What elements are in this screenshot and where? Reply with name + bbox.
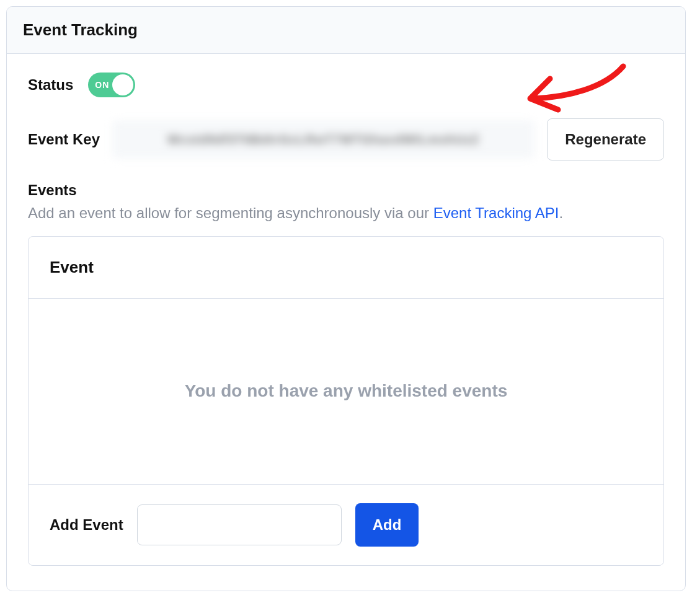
events-heading: Events [28, 182, 664, 199]
regenerate-button[interactable]: Regenerate [547, 118, 664, 161]
event-tracking-card: Event Tracking Status ON Event Key [6, 6, 686, 591]
event-key-label: Event Key [28, 131, 100, 148]
events-empty-message: You do not have any whitelisted events [29, 299, 663, 485]
events-description: Add an event to allow for segmenting asy… [28, 203, 664, 224]
events-description-prefix: Add an event to allow for segmenting asy… [28, 205, 433, 221]
event-key-value: Wcstd9df3T6BdtrGcLRwT7WTGhavdWILmshUzZ [112, 120, 535, 159]
events-footer: Add Event Add [29, 485, 663, 565]
card-title: Event Tracking [23, 20, 138, 39]
card-body: Status ON Event Key Wcstd9df3T6BdtrGcLRw… [7, 54, 685, 591]
status-toggle[interactable]: ON [88, 73, 135, 97]
add-event-label: Add Event [50, 516, 123, 534]
status-toggle-text: ON [95, 80, 109, 90]
card-header: Event Tracking [7, 7, 685, 54]
add-event-input[interactable] [137, 504, 342, 545]
event-key-row: Event Key Wcstd9df3T6BdtrGcLRwT7WTGhavdW… [28, 118, 664, 161]
status-row: Status ON [28, 73, 664, 97]
events-table: Event You do not have any whitelisted ev… [28, 236, 664, 566]
status-label: Status [28, 76, 73, 94]
events-column-header: Event [29, 237, 663, 299]
status-toggle-knob [112, 74, 133, 95]
event-tracking-api-link[interactable]: Event Tracking API [433, 205, 559, 221]
events-description-suffix: . [559, 205, 564, 221]
add-event-button[interactable]: Add [355, 503, 419, 547]
